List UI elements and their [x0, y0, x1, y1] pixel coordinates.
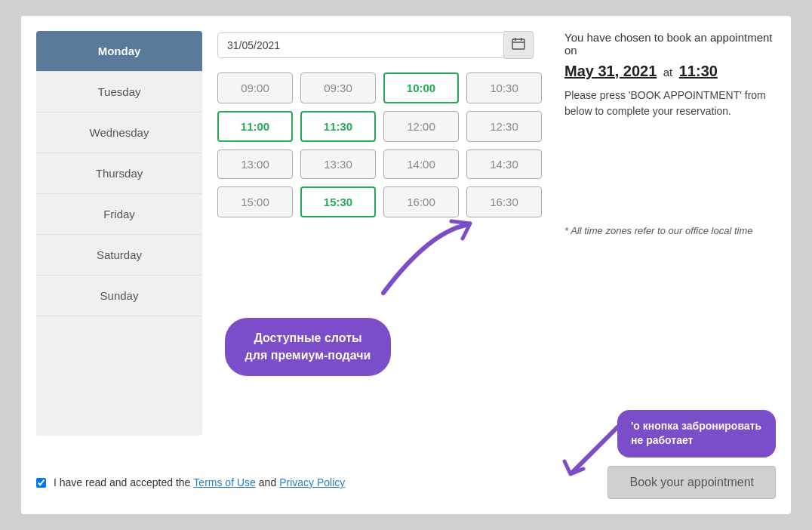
sidebar: MondayTuesdayWednesdayThursdayFridaySatu…: [36, 31, 202, 436]
slot-btn-13-30[interactable]: 13:30: [300, 149, 376, 179]
terms-of-use-link[interactable]: Terms of Use: [193, 476, 255, 488]
info-title: You have chosen to book an appointment o…: [564, 31, 783, 57]
annotation-bubble-2: 'о кнопка забронировать не работает: [617, 410, 776, 458]
terms-area: I have read and accepted the Terms of Us…: [36, 476, 345, 488]
info-date: May 31, 2021: [564, 63, 657, 79]
annotation1-text: Доступные слоты для премиум-подачи: [245, 331, 371, 361]
book-appointment-button[interactable]: Book your appointment: [607, 466, 776, 499]
slots-grid: 09:0009:3010:0010:3011:0011:3012:0012:30…: [217, 72, 542, 217]
terms-prefix-text: I have read and accepted the: [54, 476, 190, 488]
info-at: at: [663, 66, 673, 79]
slot-btn-13-00[interactable]: 13:00: [217, 149, 293, 179]
slot-btn-10-00[interactable]: 10:00: [383, 72, 459, 103]
svg-rect-0: [512, 39, 524, 49]
main-container: MondayTuesdayWednesdayThursdayFridaySatu…: [21, 16, 791, 514]
sidebar-day-saturday[interactable]: Saturday: [36, 235, 202, 276]
slot-btn-11-00[interactable]: 11:00: [217, 111, 293, 142]
arrow-2-icon: [557, 420, 632, 480]
slot-btn-11-30[interactable]: 11:30: [300, 111, 376, 142]
info-panel: You have chosen to book an appointment o…: [557, 31, 783, 436]
slot-btn-09-00[interactable]: 09:00: [217, 72, 293, 103]
and-text: and: [259, 476, 276, 488]
main-panel: 09:0009:3010:0010:3011:0011:3012:0012:30…: [202, 31, 557, 436]
slots-area: 09:0009:3010:0010:3011:0011:3012:0012:30…: [217, 72, 542, 233]
slot-btn-12-30[interactable]: 12:30: [466, 111, 542, 142]
date-input[interactable]: [217, 32, 504, 58]
annotation-bubble-1: Доступные слоты для премиум-подачи: [225, 318, 391, 376]
book-btn-area: 'о кнопка забронировать не работает Book…: [607, 466, 776, 499]
sidebar-day-sunday[interactable]: Sunday: [36, 276, 202, 316]
content-area: MondayTuesdayWednesdayThursdayFridaySatu…: [36, 31, 776, 436]
sidebar-day-friday[interactable]: Friday: [36, 194, 202, 235]
slot-btn-14-30[interactable]: 14:30: [466, 149, 542, 179]
annotation2-text: 'о кнопка забронировать не работает: [631, 420, 761, 447]
slot-btn-15-30[interactable]: 15:30: [300, 186, 376, 217]
info-note: * All time zones refer to our office loc…: [564, 225, 783, 236]
calendar-button[interactable]: [504, 31, 534, 59]
slot-btn-12-00[interactable]: 12:00: [383, 111, 459, 142]
annotation-area-2: 'о кнопка забронировать не работает: [617, 410, 776, 458]
slot-btn-15-00[interactable]: 15:00: [217, 186, 293, 217]
terms-checkbox[interactable]: [36, 478, 46, 488]
slot-btn-10-30[interactable]: 10:30: [466, 72, 542, 103]
slot-btn-09-30[interactable]: 09:30: [300, 72, 376, 103]
slot-btn-16-30[interactable]: 16:30: [466, 186, 542, 217]
sidebar-day-tuesday[interactable]: Tuesday: [36, 72, 202, 112]
info-time: 11:30: [679, 63, 718, 79]
sidebar-day-wednesday[interactable]: Wednesday: [36, 112, 202, 153]
footer: I have read and accepted the Terms of Us…: [36, 458, 776, 499]
slot-btn-16-00[interactable]: 16:00: [383, 186, 459, 217]
slot-btn-14-00[interactable]: 14:00: [383, 149, 459, 179]
sidebar-day-thursday[interactable]: Thursday: [36, 153, 202, 194]
info-instruction: Please press 'BOOK APPOINTMENT' from bel…: [564, 88, 783, 119]
sidebar-day-monday[interactable]: Monday: [36, 31, 202, 72]
privacy-policy-link[interactable]: Privacy Policy: [279, 476, 345, 488]
date-row: [217, 31, 542, 59]
arrow-1-icon: [361, 217, 481, 308]
